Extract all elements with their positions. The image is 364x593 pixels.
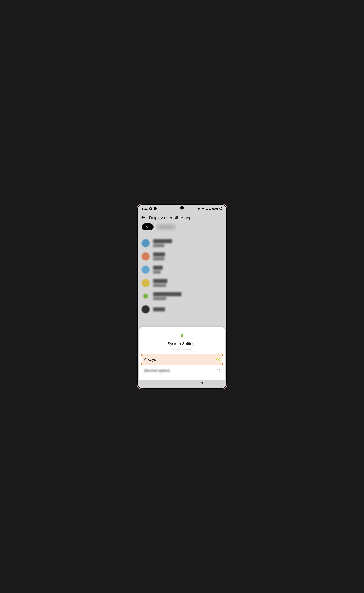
app-icon: [142, 252, 150, 260]
chip-all[interactable]: All: [142, 223, 154, 230]
app-icon: [142, 266, 150, 274]
status-left: 3:31 f: [142, 207, 157, 211]
svg-point-10: [182, 334, 183, 334]
svg-rect-11: [161, 382, 163, 384]
battery-percentage: 90%: [212, 207, 218, 211]
list-item[interactable]: ███████████████████: [142, 290, 222, 303]
list-item[interactable]: █████: [142, 303, 222, 313]
list-item[interactable]: █████████████: [142, 276, 222, 290]
radio-selected-icon[interactable]: [217, 358, 220, 361]
sheet-subtitle: (blurred subtitle): [142, 348, 222, 351]
nav-back-icon[interactable]: [200, 381, 203, 385]
app-icon: [142, 305, 150, 313]
status-right: 0.00 KB/S 90%: [197, 207, 222, 211]
svg-rect-6: [181, 335, 183, 337]
radio-unselected-icon[interactable]: [217, 369, 220, 372]
list-item[interactable]: ████████: [142, 263, 222, 276]
svg-point-9: [181, 334, 182, 334]
android-icon: [142, 333, 222, 338]
wifi-icon: [202, 207, 205, 210]
option-always[interactable]: Always: [142, 354, 222, 365]
svg-line-8: [183, 333, 183, 334]
nav-home-icon[interactable]: [180, 381, 184, 385]
highlight-corner: [220, 354, 223, 356]
nav-recents-icon[interactable]: [161, 381, 164, 385]
svg-point-4: [203, 209, 204, 209]
app-list: ██████████████ ███████████ ████████ ████…: [138, 234, 226, 316]
app-icon: [143, 294, 148, 299]
highlight-corner: [141, 354, 144, 356]
system-nav-bar: [138, 380, 226, 387]
bottom-sheet: System Settings (blurred subtitle) Alway…: [139, 327, 225, 380]
app-icon: [142, 279, 150, 287]
back-icon[interactable]: [141, 215, 145, 220]
phone-frame: 3:31 f 0.00 KB/S: [137, 204, 227, 389]
page-header: Display over other apps: [138, 212, 226, 223]
svg-point-5: [220, 207, 222, 210]
option-label: Always: [144, 357, 156, 362]
signal-icon-1: [206, 207, 208, 210]
list-item[interactable]: ███████████: [142, 250, 222, 263]
signal-icon-2: [209, 207, 211, 210]
app-icon: [142, 239, 150, 247]
screen: 3:31 f 0.00 KB/S: [138, 205, 226, 388]
highlight-corner: [141, 363, 144, 365]
status-time: 3:31: [142, 207, 148, 211]
battery-circle-icon: [219, 207, 222, 210]
data-speed-indicator: 0.00 KB/S: [197, 207, 201, 210]
sheet-title: System Settings: [142, 341, 222, 346]
chip-other[interactable]: (blurred): [156, 223, 176, 230]
option-other[interactable]: (blurred option): [142, 365, 222, 376]
option-label: (blurred option): [144, 368, 170, 373]
messenger-icon: [149, 207, 152, 210]
list-item[interactable]: ██████████████: [142, 236, 222, 250]
highlight-corner: [220, 363, 223, 365]
svg-point-12: [181, 382, 183, 384]
facebook-icon: f: [154, 207, 157, 210]
camera-cutout: [180, 206, 184, 210]
svg-line-7: [181, 333, 181, 334]
filter-chips: All (blurred): [138, 223, 226, 234]
svg-text:f: f: [155, 207, 156, 210]
page-title: Display over other apps: [149, 215, 194, 220]
